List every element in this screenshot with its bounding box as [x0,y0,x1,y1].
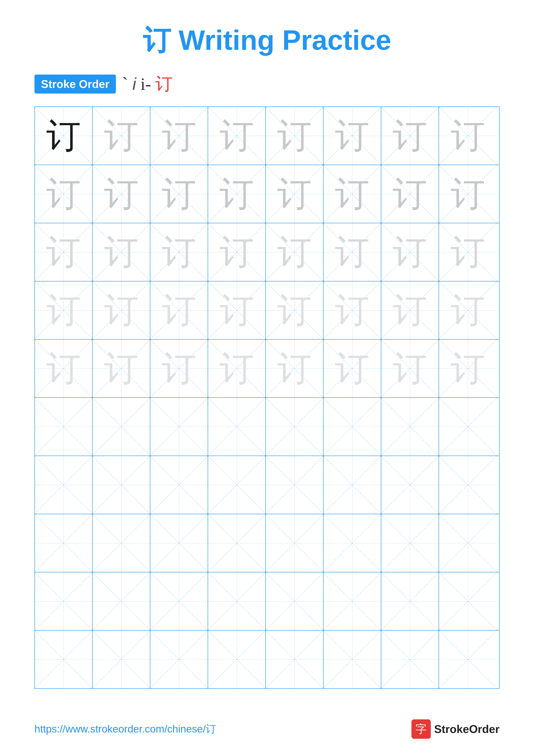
cell-diag [208,514,266,572]
cell-hline [381,427,439,427]
cell-character: 订 [104,119,139,153]
grid-cell [266,631,323,688]
cell-character: 订 [46,177,81,211]
cell-diag [35,514,92,572]
cell-diag [208,398,266,456]
grid-cell [439,456,497,514]
grid-cell: 订 [381,282,439,339]
cell-diag [266,572,323,630]
cell-vline [352,631,352,688]
cell-hline [150,543,208,543]
cell-vline [64,514,64,572]
cell-character: 订 [451,119,485,153]
cell-vline [410,572,410,630]
svg-line-158 [439,631,497,688]
cell-character: 订 [393,177,427,211]
cell-diag [266,456,323,514]
grid-cell: 订 [93,223,150,281]
cell-diag [93,631,150,688]
grid-cell [381,398,439,456]
svg-line-91 [323,398,381,455]
footer: https://www.strokeorder.com/chinese/订 字 … [0,719,534,739]
cell-diag [323,631,381,688]
stroke-sequence: ` i i- 订 [122,72,172,96]
grid-row [35,631,499,688]
svg-line-138 [323,573,381,630]
footer-logo-text: StrokeOrder [434,723,499,736]
grid-cell [208,456,266,514]
cell-diag [381,514,439,572]
grid-row [35,572,499,631]
cell-character: 订 [219,293,254,328]
svg-line-118 [208,514,266,572]
svg-line-100 [150,456,208,514]
svg-line-128 [35,573,92,630]
cell-hline [93,601,150,602]
grid-cell: 订 [150,107,208,165]
grid-cell: 订 [93,339,150,397]
svg-line-140 [381,573,439,630]
cell-vline [179,631,179,688]
cell-diag [323,514,381,572]
footer-url[interactable]: https://www.strokeorder.com/chinese/订 [35,722,216,736]
cell-diag [35,631,92,688]
svg-line-80 [35,398,92,455]
svg-line-105 [266,456,323,514]
grid-cell: 订 [35,107,93,165]
svg-line-136 [266,573,323,630]
grid-cell: 订 [381,223,439,281]
svg-line-147 [93,631,150,688]
cell-vline [64,631,64,688]
cell-vline [64,456,64,514]
grid-row [35,456,499,514]
cell-hline [381,543,439,543]
cell-vline [179,398,179,456]
cell-diag [35,572,92,630]
cell-character: 订 [104,351,139,386]
grid-cell: 订 [323,107,381,165]
svg-line-135 [208,573,266,630]
cell-hline [93,427,150,427]
grid-cell [93,572,150,630]
svg-line-88 [266,398,323,455]
grid-cell [208,631,266,688]
svg-line-83 [93,398,150,455]
stroke-seq-4: 订 [155,72,172,96]
cell-character: 订 [335,177,369,211]
grid-cell [208,572,266,630]
title-text: 订 Writing Practice [143,24,391,56]
cell-character: 订 [104,235,139,269]
grid-cell: 订 [323,223,381,281]
cell-character: 订 [162,351,196,386]
svg-line-94 [439,398,497,456]
svg-line-124 [381,514,439,572]
cell-hline [439,543,497,543]
svg-line-127 [439,514,497,572]
svg-line-142 [439,572,497,630]
cell-hline [266,601,323,602]
grid-cell: 订 [266,165,323,223]
svg-line-151 [208,631,266,688]
cell-diag [150,631,208,688]
svg-line-81 [35,398,92,455]
stroke-seq-2: i [133,74,136,94]
cell-diag [35,398,92,456]
cell-hline [208,543,266,543]
grid-cell [208,514,266,572]
svg-line-129 [35,573,92,630]
cell-diag [93,514,150,572]
cell-hline [208,601,266,602]
cell-character: 订 [451,177,485,211]
svg-line-153 [266,631,323,688]
svg-line-144 [35,631,92,688]
svg-line-120 [266,514,323,572]
svg-line-87 [208,398,266,455]
svg-line-97 [35,456,92,514]
cell-diag [381,456,439,514]
grid-cell [439,398,497,456]
svg-line-102 [208,456,266,514]
svg-line-121 [266,514,323,572]
cell-diag [35,456,92,514]
cell-vline [352,514,352,572]
cell-diag [150,456,208,514]
